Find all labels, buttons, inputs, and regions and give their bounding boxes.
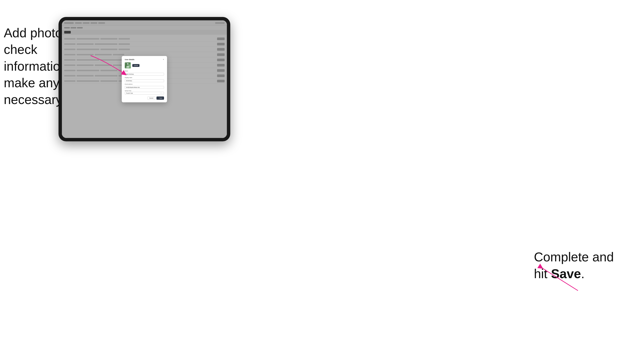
school-year-input[interactable]	[125, 92, 164, 95]
cancel-button[interactable]: Cancel	[148, 97, 155, 100]
arrow-right-indicator	[536, 266, 578, 291]
display-name-input[interactable]	[125, 79, 164, 82]
school-year-field-group: School Year × ⌄	[125, 90, 164, 95]
user-details-modal: User details × Upload Name Dis	[122, 56, 167, 102]
modal-footer: Cancel ↑ Save	[125, 97, 164, 100]
modal-overlay: User details × Upload Name Dis	[62, 20, 227, 138]
modal-header: User details ×	[125, 59, 164, 60]
email-field-group: Email address	[125, 83, 164, 89]
select-clear-icon[interactable]: ×	[160, 93, 162, 94]
photo-section: Upload	[125, 62, 164, 68]
name-label: Name	[125, 70, 164, 72]
save-icon: ↑	[158, 97, 159, 99]
upload-photo-button[interactable]: Upload	[132, 64, 140, 67]
school-year-select-wrapper: × ⌄	[125, 92, 164, 95]
chevron-down-icon: ⌄	[162, 93, 163, 94]
email-input[interactable]	[125, 86, 164, 89]
save-button[interactable]: ↑ Save	[156, 97, 164, 100]
arrow-left-indicator	[90, 56, 128, 79]
tablet-frame: User details × Upload Name Dis	[58, 17, 230, 141]
display-name-field-group: Display name	[125, 77, 164, 82]
tablet-screen: User details × Upload Name Dis	[62, 20, 227, 138]
name-input[interactable]	[125, 73, 164, 76]
close-icon[interactable]: ×	[163, 59, 164, 60]
display-name-label: Display name	[125, 77, 164, 78]
name-field-group: Name	[125, 70, 164, 76]
school-year-label: School Year	[125, 90, 164, 91]
email-label: Email address	[125, 83, 164, 85]
